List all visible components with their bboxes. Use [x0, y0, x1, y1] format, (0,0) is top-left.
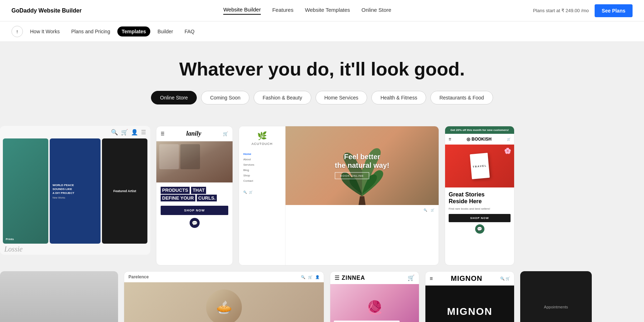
mignon-body: MIGNON [425, 286, 514, 322]
bookish-body: Great StoriesReside Here Find rare books… [445, 187, 514, 237]
nav-website-templates[interactable]: Website Templates [305, 7, 350, 14]
template-card-appointments[interactable]: Appointments [520, 271, 592, 322]
lanily-headline-1: PRODUCTS [161, 187, 190, 194]
mignon-cart-icon: 🛒 [506, 277, 510, 280]
acutouch-hero-bg: Feel betterthe natural way! BOOK ONLINE [286, 126, 439, 205]
template-card-artist[interactable]: 🔍 🛒 👤 ☰ Prints WORLD PEACESOUNDS LIKEA D… [0, 126, 150, 255]
acutouch-below: 🔍 🛒 [286, 205, 439, 215]
zinnea-overlay-text: Now available here for direct purchase. [334, 321, 400, 322]
template-card-zinnea[interactable]: ☰ ZINNEA 🛒 🧶 Now available here for dire… [330, 271, 419, 322]
see-plans-button[interactable]: See Plans [595, 4, 633, 17]
acutouch-nav-contact: Contact [243, 178, 281, 184]
top-navigation: GoDaddy Website Builder Website Builder … [0, 0, 644, 21]
bookish-heading: Great StoriesReside Here [449, 191, 511, 205]
filter-restaurants-food[interactable]: Restaurants & Food [430, 91, 493, 104]
bookish-sub: Find rare books and best sellers! [449, 207, 511, 210]
parelence-hero-image: 🥧 [124, 282, 324, 322]
hero-headline: Whatever you do, it'll look good. [11, 59, 633, 79]
filter-online-store[interactable]: Online Store [151, 91, 197, 104]
bookish-decoration-flowers: 🌸 [504, 147, 511, 154]
artist-icon-search: 🔍 [111, 129, 118, 136]
template-row-1: 🔍 🛒 👤 ☰ Prints WORLD PEACESOUNDS LIKEA D… [0, 126, 644, 271]
acutouch-main: Feel betterthe natural way! BOOK ONLINE … [286, 126, 439, 265]
acutouch-hero-text: Feel betterthe natural way! BOOK ONLINE [335, 152, 389, 179]
parelence-search-icon: 🔍 [301, 275, 305, 279]
acutouch-nav-home: Home [243, 151, 281, 157]
acutouch-cart-icon: 🛒 [249, 191, 253, 194]
nav-online-store[interactable]: Online Store [361, 7, 391, 14]
bookish-hero-image: TRAVEL 🌸 [445, 145, 514, 187]
acutouch-search-icon-2: 🔍 [424, 209, 427, 212]
nav-features[interactable]: Features [272, 7, 293, 14]
acutouch-nav-blog: Blog [243, 167, 281, 173]
templates-section: 🔍 🛒 👤 ☰ Prints WORLD PEACESOUNDS LIKEA D… [0, 117, 644, 322]
lanily-logo: lanily [186, 130, 201, 137]
top-nav-links: Website Builder Features Website Templat… [223, 6, 391, 15]
hero-section: Whatever you do, it'll look good. Online… [0, 42, 644, 117]
subnav-how-it-works[interactable]: How It Works [26, 26, 64, 36]
pricing-text: Plans start at ₹ 249.00 /mo [533, 8, 589, 13]
template-card-lanily[interactable]: ☰ lanily 🛒 PRODUCTS THAT DEFINE YOUR CUR… [156, 126, 233, 265]
bookish-logo-icon: ◎ [467, 137, 470, 142]
artist-icon-cart: 🛒 [121, 129, 128, 136]
template-card-parelence[interactable]: Parelence 🔍 🛒 👤 🥧 [124, 271, 324, 322]
zinnea-header: ☰ ZINNEA 🛒 [330, 272, 419, 284]
parelence-header: Parelence 🔍 🛒 👤 [124, 272, 324, 282]
lanily-chat-icon: 💬 [190, 218, 200, 228]
mignon-search-icon: 🔍 [500, 277, 504, 280]
bookish-cart-icon: 🛒 [507, 138, 511, 141]
artist-featured-text: Featured Artist [113, 189, 136, 193]
filter-health-fitness[interactable]: Health & Fitness [371, 91, 426, 104]
bookish-shop-now-button[interactable]: SHOP NOW [449, 214, 511, 222]
zinnea-logo: ZINNEA [342, 275, 365, 281]
lanily-headline-3: DEFINE YOUR [161, 195, 195, 202]
nav-website-builder[interactable]: Website Builder [223, 6, 261, 15]
acutouch-book-online-button[interactable]: BOOK ONLINE [335, 172, 369, 179]
artist-script-logo: Lossie [0, 244, 150, 255]
artist-icon-menu: ☰ [141, 129, 146, 136]
bookish-book-cover: TRAVEL [470, 153, 490, 179]
acutouch-nav-about: About [243, 157, 281, 162]
filter-coming-soon[interactable]: Coming Soon [201, 91, 249, 104]
template-row-2: Tour Bookings 🔍 👤 BEACH WAVE Parelence 🔍… [0, 271, 644, 322]
subnav-faq[interactable]: FAQ [180, 26, 199, 36]
parelence-cart-icon: 🛒 [308, 275, 312, 279]
scroll-up-button[interactable]: ↑ [11, 26, 23, 37]
bookish-header: ☰ ◎ BOOKISH 🛒 [445, 134, 514, 145]
subnav-plans-pricing[interactable]: Plans and Pricing [67, 26, 114, 36]
lanily-menu-icon: ☰ [161, 131, 165, 136]
bookish-menu-icon: ☰ [449, 138, 451, 141]
lanily-cart-icon: 🛒 [223, 131, 228, 136]
zinnea-product: 🧶 [367, 300, 383, 315]
acutouch-logo-icon: 🌿 [243, 131, 281, 141]
sub-navigation: ↑ How It Works Plans and Pricing Templat… [0, 21, 644, 42]
beach-bg: Tour Bookings 🔍 👤 BEACH WAVE [0, 271, 118, 322]
artist-icon-user: 👤 [131, 129, 138, 136]
mignon-brand-text: MIGNON [447, 306, 492, 317]
acutouch-nav: Home About Services Blog Shop Contact [243, 151, 281, 184]
subnav-builder[interactable]: Builder [153, 26, 177, 36]
filter-fashion-beauty[interactable]: Fashion & Beauty [254, 91, 311, 104]
zinnea-bg: 🧶 [330, 284, 419, 322]
lanily-header: ☰ lanily 🛒 [156, 126, 233, 141]
template-card-mignon[interactable]: ☰ MIGNON 🔍 🛒 MIGNON [425, 271, 514, 322]
artist-prints-label: Prints [6, 238, 14, 241]
bookish-logo: ◎ BOOKISH [467, 137, 492, 142]
zinnea-menu-icon: ☰ [335, 274, 340, 281]
parelence-icons: 🔍 🛒 👤 [301, 275, 319, 279]
template-card-bookish[interactable]: Get 20% off this month for new customers… [445, 126, 514, 265]
appt-text: Appointments [544, 305, 568, 309]
mignon-logo: MIGNON [451, 274, 482, 283]
subnav-templates[interactable]: Templates [117, 26, 150, 36]
artist-image-featured: Featured Artist [102, 138, 147, 244]
template-card-beach-wave[interactable]: Tour Bookings 🔍 👤 BEACH WAVE [0, 271, 118, 322]
parelence-logo: Parelence [128, 274, 149, 279]
mignon-icons: 🔍 🛒 [500, 277, 510, 280]
lanily-shop-now-button[interactable]: SHOP NOW [161, 206, 228, 215]
acutouch-footer: 🔍 🛒 [243, 191, 281, 194]
template-card-acutouch[interactable]: 🌿 ACUTOUCH Home About Services Blog Shop… [239, 126, 439, 265]
zinnea-left: ☰ ZINNEA [335, 274, 365, 281]
artist-new-works-label: New Works [53, 196, 98, 199]
parelence-food-image: 🥧 [206, 289, 242, 322]
filter-home-services[interactable]: Home Services [316, 91, 367, 104]
